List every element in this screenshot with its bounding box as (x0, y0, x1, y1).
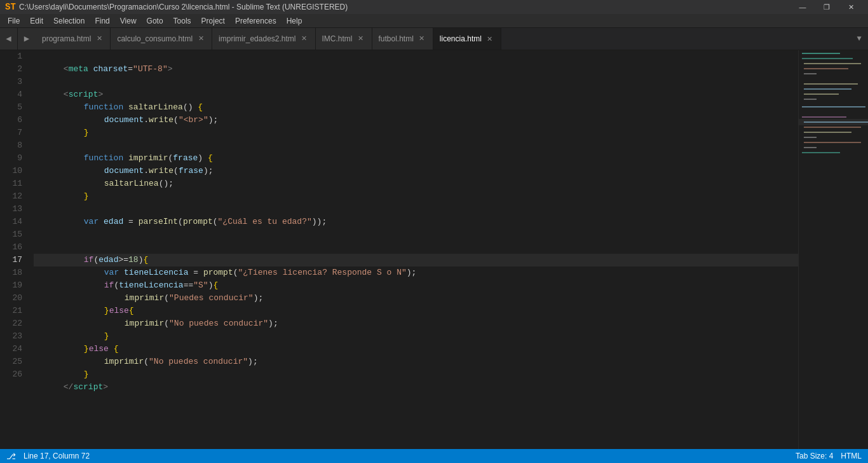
line-number-gutter: 1 2 3 4 5 6 7 8 9 10 11 12 13 14 15 16 1… (0, 50, 29, 449)
code-line-17: var tieneLicencia = prompt("¿Tienes lice… (34, 254, 798, 266)
tab-close-calculo[interactable]: ✕ (196, 34, 205, 43)
menu-find[interactable]: Find (90, 14, 114, 28)
code-line-1: <meta charset="UTF-8"> (34, 50, 798, 63)
tab-imprimir[interactable]: imprimir_edades2.html ✕ (212, 28, 315, 50)
svg-rect-11 (802, 116, 846, 118)
menu-view[interactable]: View (115, 14, 142, 28)
minimize-button[interactable]: — (790, 0, 815, 14)
line-num-15: 15 (0, 228, 29, 241)
line-num-18: 18 (0, 266, 29, 279)
minimap-svg (799, 50, 868, 381)
svg-rect-2 (802, 58, 853, 59)
svg-rect-9 (804, 99, 817, 100)
line-num-10: 10 (0, 165, 29, 177)
menu-goto[interactable]: Goto (142, 14, 168, 28)
line-num-8: 8 (0, 139, 29, 152)
menu-edit[interactable]: Edit (25, 14, 48, 28)
line-num-4: 4 (0, 88, 29, 101)
code-line-8: function imprimir(frase) { (34, 139, 798, 152)
tab-close-imc[interactable]: ✕ (356, 34, 365, 43)
tab-imc[interactable]: IMC.html ✕ (316, 28, 372, 50)
line-num-12: 12 (0, 190, 29, 203)
code-line-7 (34, 127, 798, 139)
line-num-9: 9 (0, 152, 29, 165)
menu-tools[interactable]: Tools (168, 14, 196, 28)
code-line-23: }else { (34, 330, 798, 343)
svg-rect-4 (804, 68, 848, 69)
code-line-12 (34, 190, 798, 203)
title-bar: ST C:\Users\dayli\Documents\Programacion… (0, 0, 868, 14)
menu-help[interactable]: Help (281, 14, 308, 28)
line-num-6: 6 (0, 114, 29, 127)
status-position[interactable]: Line 17, Column 72 (24, 452, 90, 460)
code-line-13: var edad = parseInt(prompt("¿Cuál es tu … (34, 203, 798, 216)
tab-close-licencia[interactable]: ✕ (485, 34, 494, 43)
tab-futbol[interactable]: futbol.html ✕ (372, 28, 433, 50)
tab-nav-right[interactable]: ▶ (18, 28, 36, 50)
svg-rect-15 (804, 137, 817, 138)
tab-close-programa[interactable]: ✕ (95, 34, 104, 43)
svg-rect-3 (804, 63, 861, 64)
tab-calculo[interactable]: calculo_consumo.html ✕ (111, 28, 212, 50)
tab-label: licencia.html (440, 34, 482, 43)
line-num-14: 14 (0, 216, 29, 228)
status-bar: ⎇ Line 17, Column 72 Tab Size: 4 HTML (0, 449, 868, 463)
tab-bar: ◀ ▶ programa.html ✕ calculo_consumo.html… (0, 28, 868, 50)
maximize-button[interactable]: ❐ (815, 0, 839, 14)
tab-label: futbol.html (379, 34, 414, 43)
code-line-3: <script> (34, 76, 798, 88)
code-line-24: imprimir("No puedes conducir"); (34, 343, 798, 356)
tab-overflow-button[interactable]: ▼ (850, 28, 868, 50)
svg-rect-8 (804, 93, 839, 95)
svg-rect-16 (804, 142, 861, 143)
tab-nav-left[interactable]: ◀ (0, 28, 18, 50)
tab-programa[interactable]: programa.html ✕ (36, 28, 111, 50)
menu-file[interactable]: File (3, 14, 25, 28)
title-text: C:\Users\dayli\Documents\Programacion\Cu… (19, 3, 348, 11)
line-num-23: 23 (0, 330, 29, 343)
menu-selection[interactable]: Selection (48, 14, 90, 28)
line-num-19: 19 (0, 279, 29, 292)
code-line-26: </script> (34, 368, 798, 381)
svg-rect-10 (802, 106, 865, 107)
tab-close-futbol[interactable]: ✕ (417, 34, 426, 43)
line-num-7: 7 (0, 127, 29, 139)
minimap[interactable] (798, 50, 868, 449)
line-num-11: 11 (0, 177, 29, 190)
svg-rect-7 (804, 88, 851, 90)
code-line-4: function saltarLinea() { (34, 88, 798, 101)
close-button[interactable]: ✕ (839, 0, 863, 14)
menu-preferences[interactable]: Preferences (230, 14, 281, 28)
line-num-21: 21 (0, 305, 29, 317)
svg-rect-18 (802, 152, 840, 153)
status-right: Tab Size: 4 HTML (796, 452, 862, 460)
svg-rect-5 (804, 73, 817, 74)
code-editor[interactable]: <meta charset="UTF-8"> <script> function… (29, 50, 798, 449)
svg-rect-13 (804, 127, 861, 128)
tab-label: imprimir_edades2.html (219, 34, 295, 43)
tab-close-imprimir[interactable]: ✕ (300, 34, 309, 43)
app-icon: ST (5, 2, 15, 12)
status-branch-icon: ⎇ (6, 452, 16, 461)
line-num-25: 25 (0, 356, 29, 368)
status-tab-size[interactable]: Tab Size: 4 (796, 452, 833, 460)
line-num-1: 1 (0, 50, 29, 63)
tab-licencia[interactable]: licencia.html ✕ (433, 28, 501, 50)
tab-label: programa.html (42, 34, 91, 43)
svg-rect-19 (799, 119, 868, 125)
menu-project[interactable]: Project (196, 14, 230, 28)
line-num-26: 26 (0, 368, 29, 381)
code-line-21: imprimir("No puedes conducir"); (34, 305, 798, 317)
tab-label: IMC.html (322, 34, 353, 43)
line-num-24: 24 (0, 343, 29, 356)
svg-rect-14 (804, 132, 851, 133)
window-controls: — ❐ ✕ (790, 0, 863, 14)
line-num-20: 20 (0, 292, 29, 305)
line-num-22: 22 (0, 317, 29, 330)
menu-bar: File Edit Selection Find View Goto Tools… (0, 14, 868, 28)
line-num-16: 16 (0, 241, 29, 254)
code-line-15 (34, 228, 798, 241)
code-line-16: if(edad>=18){ (34, 241, 798, 254)
svg-rect-6 (804, 83, 858, 85)
status-language[interactable]: HTML (841, 452, 862, 460)
